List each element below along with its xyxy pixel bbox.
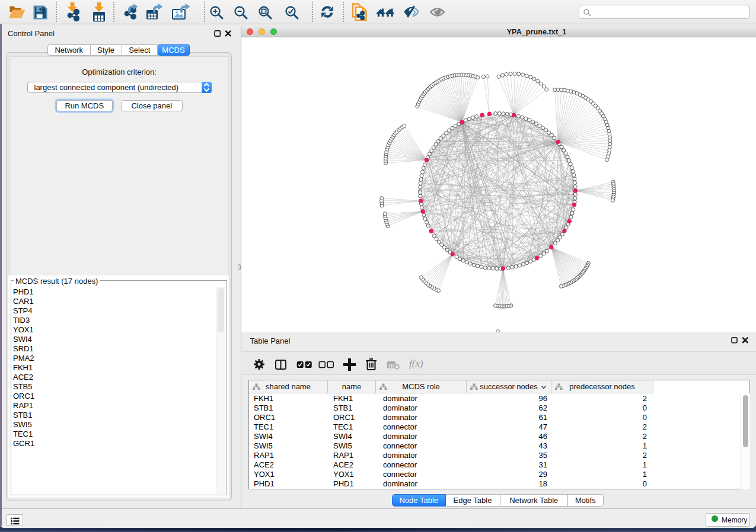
svg-text:f(x): f(x) [409,358,423,369]
